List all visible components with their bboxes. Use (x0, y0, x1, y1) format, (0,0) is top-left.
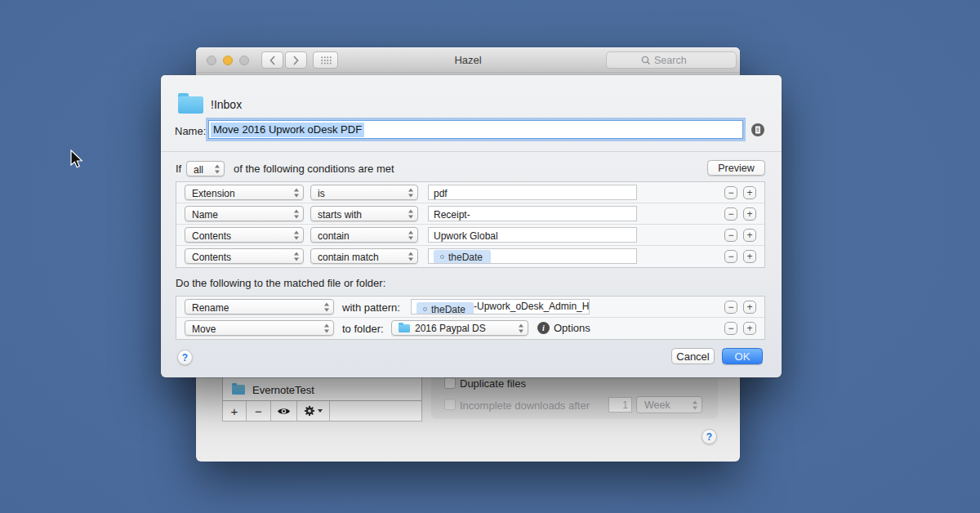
condition-attribute-popup[interactable]: Name (185, 206, 304, 221)
condition-attribute-popup[interactable]: Contents (185, 227, 304, 243)
token-ring-icon (440, 255, 444, 259)
remove-condition-button[interactable]: − (724, 250, 737, 263)
name-label: Name: (175, 125, 206, 137)
condition-row: Name starts with Receipt- − + (176, 203, 764, 225)
incomplete-downloads-checkbox[interactable] (444, 399, 456, 410)
rule-folder-icon (178, 96, 203, 114)
action-gear-button[interactable] (297, 401, 330, 421)
duplicate-files-label: Duplicate files (460, 377, 526, 390)
match-prefix-label: If (176, 163, 181, 175)
token-ring-icon (423, 307, 427, 311)
conditions-box: Extension is pdf − + Name starts with Re… (176, 181, 765, 268)
rule-editor-sheet: !Inbox Name: Move 2016 Upwork oDesk PDF … (161, 75, 782, 377)
popup-arrows-icon (215, 164, 220, 173)
remove-action-button[interactable]: − (724, 301, 737, 314)
to-folder-label: to folder: (342, 323, 384, 335)
popup-arrows-icon (324, 302, 329, 311)
folder-list-toolbar: + − (223, 400, 421, 421)
with-pattern-label: with pattern: (342, 301, 400, 314)
pattern-suffix: -Upwork_oDesk_Admin_H (474, 301, 589, 312)
rule-name-field[interactable]: Move 2016 Upwork oDesk PDF (208, 120, 743, 139)
destination-folder-popup[interactable]: 2016 Paypal DS (391, 320, 528, 336)
condition-value-field[interactable]: Upwork Global (428, 227, 637, 243)
options-label: Options (554, 322, 590, 334)
condition-value-field[interactable]: Receipt- (428, 206, 637, 221)
incomplete-value-field[interactable]: 1 (608, 397, 632, 413)
remove-condition-button[interactable]: − (724, 186, 737, 199)
ok-button[interactable]: OK (722, 348, 763, 364)
popup-arrows-icon (408, 230, 413, 239)
condition-operator-popup[interactable]: is (310, 185, 418, 200)
cancel-button[interactable]: Cancel (671, 348, 715, 364)
action-row-move: Move to folder: 2016 Paypal DS i Options… (176, 318, 764, 339)
remove-folder-button[interactable]: − (247, 401, 271, 421)
match-mode-value: all (194, 164, 203, 176)
add-folder-button[interactable]: + (223, 401, 247, 421)
mouse-cursor-icon (69, 149, 85, 169)
folder-list-item[interactable]: EvernoteTest (223, 379, 421, 400)
action-row-rename: Rename with pattern: theDate-Upwork_oDes… (176, 297, 764, 318)
search-input[interactable] (654, 55, 702, 66)
match-mode-popup[interactable]: all (186, 161, 225, 176)
condition-operator-popup[interactable]: contain match (310, 248, 418, 264)
action-verb-popup[interactable]: Move (185, 320, 334, 336)
duplicate-files-checkbox[interactable] (444, 377, 456, 389)
action-verb-popup[interactable]: Rename (185, 299, 334, 314)
remove-action-button[interactable]: − (724, 322, 737, 335)
gear-icon (304, 405, 315, 417)
popup-arrows-icon (408, 252, 413, 261)
window-help-button[interactable]: ? (702, 429, 717, 444)
add-condition-button[interactable]: + (743, 207, 756, 221)
preview-eye-button[interactable] (271, 401, 297, 421)
add-condition-button[interactable]: + (743, 186, 756, 199)
match-suffix-label: of the following conditions are met (234, 163, 394, 175)
condition-operator-popup[interactable]: starts with (310, 206, 418, 221)
desktop: Hazel EvernoteTest + − (0, 0, 980, 513)
chevron-down-icon (318, 409, 323, 413)
folder-list-item-label: EvernoteTest (252, 384, 314, 396)
popup-arrows-icon (294, 252, 299, 261)
stepper-arrows-icon (693, 400, 697, 409)
condition-value-field[interactable]: theDate (428, 248, 637, 264)
note-icon (751, 123, 764, 136)
add-condition-button[interactable]: + (743, 250, 756, 263)
condition-row: Contents contain Upwork Global − + (176, 225, 764, 246)
incomplete-unit-popup[interactable]: Week (636, 396, 702, 413)
condition-row: Extension is pdf − + (176, 182, 764, 203)
rename-pattern-field[interactable]: theDate-Upwork_oDesk_Admin_H (411, 299, 590, 314)
search-field[interactable] (606, 51, 737, 69)
eye-icon (277, 407, 291, 416)
condition-row: Contents contain match theDate − + (176, 246, 764, 267)
date-token[interactable]: theDate (416, 302, 474, 314)
add-action-button[interactable]: + (743, 301, 756, 314)
popup-arrows-icon (294, 230, 299, 239)
popup-arrows-icon (408, 209, 413, 218)
add-action-button[interactable]: + (743, 322, 756, 335)
popup-arrows-icon (324, 323, 329, 332)
popup-arrows-icon (519, 323, 523, 332)
condition-operator-popup[interactable]: contain (310, 227, 418, 243)
actions-heading: Do the following to the matched file or … (176, 277, 385, 289)
incomplete-downloads-label: Incomplete downloads after (460, 399, 590, 412)
move-options-button[interactable]: i Options (537, 322, 590, 334)
popup-arrows-icon (294, 209, 299, 218)
folder-icon (399, 324, 410, 332)
titlebar[interactable]: Hazel (196, 47, 740, 74)
condition-attribute-popup[interactable]: Contents (185, 248, 304, 264)
condition-attribute-popup[interactable]: Extension (185, 185, 304, 200)
popup-arrows-icon (294, 188, 299, 197)
rule-note-button[interactable] (751, 123, 764, 136)
rule-folder-title: !Inbox (211, 98, 242, 111)
sheet-help-button[interactable]: ? (177, 350, 193, 365)
folder-icon (232, 385, 245, 395)
search-icon (641, 56, 651, 65)
remove-condition-button[interactable]: − (724, 207, 737, 221)
preview-button[interactable]: Preview (707, 160, 765, 176)
incomplete-unit-label: Week (644, 399, 670, 411)
condition-value-field[interactable]: pdf (428, 185, 637, 200)
add-condition-button[interactable]: + (743, 229, 756, 242)
remove-condition-button[interactable]: − (724, 229, 737, 242)
actions-box: Rename with pattern: theDate-Upwork_oDes… (176, 296, 765, 340)
rule-name-value: Move 2016 Upwork oDesk PDF (211, 123, 364, 137)
date-token[interactable]: theDate (434, 250, 491, 264)
